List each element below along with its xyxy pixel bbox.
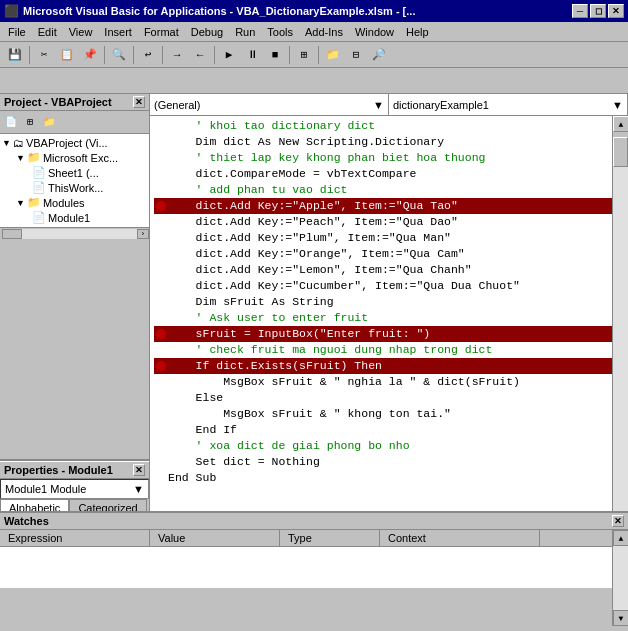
- properties-dropdown[interactable]: Module1 Module ▼: [0, 479, 149, 499]
- break-button[interactable]: ⏸: [241, 44, 263, 66]
- line-marker: [154, 329, 168, 339]
- object-browser-button[interactable]: 🔎: [368, 44, 390, 66]
- menu-item-edit[interactable]: Edit: [32, 24, 63, 40]
- code-line: dict.Add Key:="Apple", Item:="Qua Tao": [154, 198, 612, 214]
- reset-button[interactable]: ■: [264, 44, 286, 66]
- close-button[interactable]: ✕: [608, 4, 624, 18]
- properties-panel-header: Properties - Module1 ✕: [0, 462, 149, 479]
- project-panel-toolbar: 📄 ⊞ 📁: [0, 111, 149, 134]
- watches-scroll-down[interactable]: ▼: [613, 610, 628, 626]
- code-line: ' thiet lap key khong phan biet hoa thuo…: [154, 150, 612, 166]
- code-line: Dim dict As New Scripting.Dictionary: [154, 134, 612, 150]
- watches-close-button[interactable]: ✕: [612, 515, 624, 527]
- find-button[interactable]: 🔍: [108, 44, 130, 66]
- watches-col-header: ExpressionValueTypeContext: [0, 530, 612, 547]
- procedure-dropdown[interactable]: dictionaryExample1 ▼: [389, 94, 628, 115]
- tree-item[interactable]: ▼ 📁Modules: [2, 195, 147, 210]
- dropdown-right-arrow-icon: ▼: [612, 99, 623, 111]
- app-icon: ⬛: [4, 4, 19, 18]
- breakpoint-icon: [156, 201, 166, 211]
- watches-panel: Watches ✕ ExpressionValueTypeContext ▲ ▼: [0, 511, 628, 631]
- indent-button[interactable]: →: [166, 44, 188, 66]
- watches-vscrollbar[interactable]: ▲ ▼: [612, 530, 628, 626]
- project-tree: ▼ 🗂VBAProject (Vi...▼ 📁Microsoft Exc... …: [0, 134, 149, 227]
- watches-col-value: Value: [150, 530, 280, 546]
- watches-scroll-up[interactable]: ▲: [613, 530, 628, 546]
- menu-item-file[interactable]: File: [2, 24, 32, 40]
- menu-item-format[interactable]: Format: [138, 24, 185, 40]
- watches-content: ExpressionValueTypeContext ▲ ▼: [0, 530, 628, 626]
- dropdown-arrow-icon: ▼: [133, 483, 144, 495]
- menu-item-help[interactable]: Help: [400, 24, 435, 40]
- title-bar: ⬛ Microsoft Visual Basic for Application…: [0, 0, 628, 22]
- code-line: ' xoa dict de giai phong bo nho: [154, 438, 612, 454]
- scroll-up-arrow[interactable]: ▲: [613, 116, 628, 132]
- toggle-folders-button[interactable]: 📁: [40, 113, 58, 131]
- tree-item[interactable]: ▼ 📁Microsoft Exc...: [2, 150, 147, 165]
- paste-button[interactable]: 📌: [79, 44, 101, 66]
- tree-item[interactable]: ▼ 🗂VBAProject (Vi...: [2, 136, 147, 150]
- watches-scroll-track: [613, 546, 628, 610]
- code-line: dict.Add Key:="Orange", Item:="Qua Cam": [154, 246, 612, 262]
- code-line: Dim sFruit As String: [154, 294, 612, 310]
- scroll-thumb[interactable]: [613, 137, 628, 167]
- code-line: sFruit = InputBox("Enter fruit: "): [154, 326, 612, 342]
- menu-item-window[interactable]: Window: [349, 24, 400, 40]
- menu-item-view[interactable]: View: [63, 24, 99, 40]
- view-code-button[interactable]: 📄: [2, 113, 20, 131]
- watches-title: Watches: [4, 515, 49, 527]
- code-line: Set dict = Nothing: [154, 454, 612, 470]
- cut-button[interactable]: ✂: [33, 44, 55, 66]
- tree-item[interactable]: 📄Module1: [2, 210, 147, 225]
- menu-item-add-ins[interactable]: Add-Ins: [299, 24, 349, 40]
- project-hscrollbar[interactable]: ›: [0, 227, 149, 239]
- tree-item[interactable]: 📄ThisWork...: [2, 180, 147, 195]
- code-line: dict.Add Key:="Cucumber", Item:="Qua Dua…: [154, 278, 612, 294]
- code-line: dict.CompareMode = vbTextCompare: [154, 166, 612, 182]
- title-bar-buttons: ─ ◻ ✕: [572, 4, 624, 18]
- line-marker: [154, 361, 168, 371]
- code-line: MsgBox sFruit & " khong ton tai.": [154, 406, 612, 422]
- code-header: (General) ▼ dictionaryExample1 ▼: [150, 94, 628, 116]
- code-line: MsgBox sFruit & " nghia la " & dict(sFru…: [154, 374, 612, 390]
- properties-panel-close[interactable]: ✕: [133, 464, 145, 476]
- project-panel-title: Project - VBAProject: [4, 96, 112, 108]
- restore-button[interactable]: ◻: [590, 4, 606, 18]
- menu-item-run[interactable]: Run: [229, 24, 261, 40]
- general-dropdown[interactable]: (General) ▼: [150, 94, 389, 115]
- code-line: End Sub: [154, 470, 612, 486]
- code-line: dict.Add Key:="Peach", Item:="Qua Dao": [154, 214, 612, 230]
- properties-button[interactable]: ⊟: [345, 44, 367, 66]
- toolbar-2: [0, 68, 628, 94]
- minimize-button[interactable]: ─: [572, 4, 588, 18]
- code-line: dict.Add Key:="Lemon", Item:="Qua Chanh": [154, 262, 612, 278]
- watches-header: Watches ✕: [0, 513, 628, 530]
- undo-button[interactable]: ↩: [137, 44, 159, 66]
- code-line: ' add phan tu vao dict: [154, 182, 612, 198]
- copy-button[interactable]: 📋: [56, 44, 78, 66]
- menu-item-tools[interactable]: Tools: [261, 24, 299, 40]
- tree-item[interactable]: 📄Sheet1 (...: [2, 165, 147, 180]
- view-object-button[interactable]: ⊞: [21, 113, 39, 131]
- menu-bar: FileEditViewInsertFormatDebugRunToolsAdd…: [0, 22, 628, 42]
- code-line: dict.Add Key:="Plum", Item:="Qua Man": [154, 230, 612, 246]
- code-line: ' check fruit ma nguoi dung nhap trong d…: [154, 342, 612, 358]
- code-line: ' Ask user to enter fruit: [154, 310, 612, 326]
- dropdown-left-arrow-icon: ▼: [373, 99, 384, 111]
- design-mode-button[interactable]: ⊞: [293, 44, 315, 66]
- watches-rows: [0, 547, 612, 585]
- title-text: Microsoft Visual Basic for Applications …: [23, 5, 572, 17]
- code-line: Else: [154, 390, 612, 406]
- project-panel-close[interactable]: ✕: [133, 96, 145, 108]
- run-button[interactable]: ▶: [218, 44, 240, 66]
- project-explorer-button[interactable]: 📁: [322, 44, 344, 66]
- project-panel: Project - VBAProject ✕ 📄 ⊞ 📁 ▼ 🗂VBAProje…: [0, 94, 149, 461]
- outdent-button[interactable]: ←: [189, 44, 211, 66]
- watches-table: ExpressionValueTypeContext: [0, 530, 612, 588]
- line-marker: [154, 201, 168, 211]
- code-line: If dict.Exists(sFruit) Then: [154, 358, 612, 374]
- menu-item-insert[interactable]: Insert: [98, 24, 138, 40]
- save-button[interactable]: 💾: [4, 44, 26, 66]
- breakpoint-icon: [156, 361, 166, 371]
- menu-item-debug[interactable]: Debug: [185, 24, 229, 40]
